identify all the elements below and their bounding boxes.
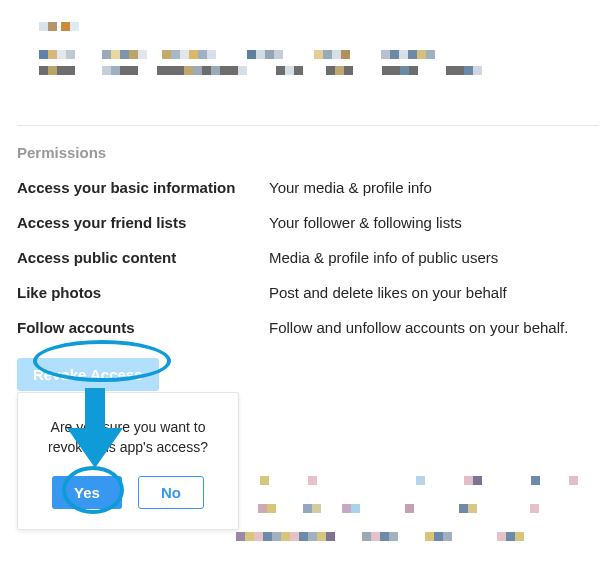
permission-desc: Post and delete likes on your behalf (269, 284, 599, 301)
confirm-no-button[interactable]: No (138, 476, 204, 509)
permission-desc: Follow and unfollow accounts on your beh… (269, 319, 599, 336)
revoke-access-button[interactable]: Revoke Access (17, 358, 159, 391)
permission-name: Follow accounts (17, 319, 269, 336)
popover-message: Are you sure you want to revoke this app… (36, 417, 220, 458)
permission-row: Like photos Post and delete likes on you… (17, 284, 599, 301)
popover-actions: Yes No (36, 476, 220, 509)
permission-name: Access your basic information (17, 179, 269, 196)
permissions-heading: Permissions (17, 144, 599, 161)
permission-row: Access your friend lists Your follower &… (17, 214, 599, 231)
permission-row: Access public content Media & profile in… (17, 249, 599, 266)
permission-row: Follow accounts Follow and unfollow acco… (17, 319, 599, 336)
permission-name: Like photos (17, 284, 269, 301)
permissions-list: Access your basic information Your media… (17, 179, 599, 336)
permission-desc: Your follower & following lists (269, 214, 599, 231)
permission-desc: Media & profile info of public users (269, 249, 599, 266)
revoke-confirm-popover: Are you sure you want to revoke this app… (17, 392, 239, 530)
permission-name: Access your friend lists (17, 214, 269, 231)
header-obscured (17, 15, 599, 75)
confirm-yes-button[interactable]: Yes (52, 476, 122, 509)
permission-desc: Your media & profile info (269, 179, 599, 196)
permission-row: Access your basic information Your media… (17, 179, 599, 196)
permission-name: Access public content (17, 249, 269, 266)
section-divider (17, 125, 599, 126)
